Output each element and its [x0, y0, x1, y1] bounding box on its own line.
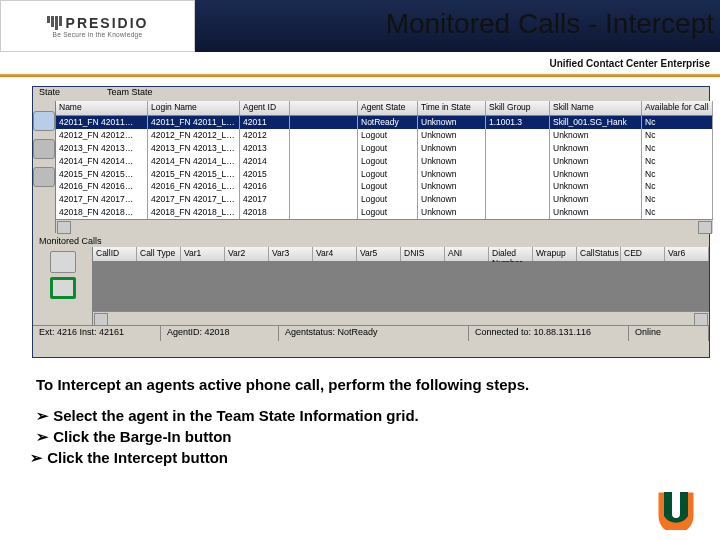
cell-name: 42011_FN 42011… [56, 116, 148, 129]
status-online: Online [629, 326, 709, 341]
table-row[interactable]: 42017_FN 42017…42017_FN 42017_L…42017Log… [56, 193, 713, 206]
table-row[interactable]: 42011_FN 42011…42011_FN 42011_L…42011Not… [56, 116, 713, 129]
mon-col[interactable]: Wrapup [533, 247, 577, 261]
cell-name: 42012_FN 42012… [56, 129, 148, 142]
status-agent: AgentID: 42018 [161, 326, 279, 341]
table-row[interactable]: 42013_FN 42013…42013_FN 42013_L…42013Log… [56, 142, 713, 155]
state-icon-2[interactable] [33, 139, 55, 159]
table-row[interactable]: 42015_FN 42015…42015_FN 42015_L…42015Log… [56, 168, 713, 181]
grid-header: Name Login Name Agent ID Agent State Tim… [56, 101, 713, 116]
mon-col[interactable]: Var5 [357, 247, 401, 261]
col-name[interactable]: Name [56, 101, 148, 115]
mon-col[interactable]: CED [621, 247, 665, 261]
cell-sn: Unknown [550, 142, 642, 155]
step-2: Click the Barge-In button [36, 428, 680, 446]
cell-tis: Unknown [418, 116, 486, 129]
cell-name: 42016_FN 42016… [56, 180, 148, 193]
cell-astate: Logout [358, 206, 418, 219]
mon-col[interactable]: Var6 [665, 247, 709, 261]
cell-tis: Unknown [418, 142, 486, 155]
slide: PRESIDIO Be Secure in the Knowledge Moni… [0, 0, 720, 540]
mon-col[interactable]: Call Type [137, 247, 181, 261]
cell-avail: Nc [642, 155, 713, 168]
h-scrollbar[interactable] [56, 219, 713, 233]
cell-login: 42014_FN 42014_L… [148, 155, 240, 168]
cell-tis: Unknown [418, 206, 486, 219]
umiami-logo-icon [656, 490, 702, 530]
mon-col[interactable]: Var2 [225, 247, 269, 261]
monitored-grid: CallIDCall TypeVar1Var2Var3Var4Var5DNISA… [93, 247, 709, 325]
cell-sg [486, 193, 550, 206]
step-3: Click the Intercept button [30, 449, 680, 467]
cell-tis: Unknown [418, 180, 486, 193]
state-icon-3[interactable] [33, 167, 55, 187]
col-skillname[interactable]: Skill Name [550, 101, 642, 115]
cell-name: 42013_FN 42013… [56, 142, 148, 155]
status-connected: Connected to: 10.88.131.116 [469, 326, 629, 341]
col-timeinstate[interactable]: Time in State [418, 101, 486, 115]
mon-col[interactable]: CallID [93, 247, 137, 261]
cell-empty [290, 129, 358, 142]
cell-avail: Nc [642, 142, 713, 155]
cell-avail: Nc [642, 116, 713, 129]
app-screenshot: State Team State Name Login Name Agent I… [32, 86, 710, 358]
state-toolbar [33, 101, 56, 233]
table-row[interactable]: 42018_FN 42018…42018_FN 42018_L…42018Log… [56, 206, 713, 219]
cell-tis: Unknown [418, 129, 486, 142]
cell-empty [290, 155, 358, 168]
cell-name: 42014_FN 42014… [56, 155, 148, 168]
instructions: To Intercept an agents active phone call… [36, 376, 680, 470]
monitored-header: CallIDCall TypeVar1Var2Var3Var4Var5DNISA… [93, 247, 709, 262]
status-ext: Ext: 4216 Inst: 42161 [33, 326, 161, 341]
col-agentid[interactable]: Agent ID [240, 101, 290, 115]
cell-sg: 1.1001.3 [486, 116, 550, 129]
logo-tagline: Be Secure in the Knowledge [53, 31, 143, 38]
mon-col[interactable]: DNIS [401, 247, 445, 261]
divider [0, 74, 720, 77]
mon-col[interactable]: CallStatus [577, 247, 621, 261]
mon-col[interactable]: ANI [445, 247, 489, 261]
cell-aid: 42012 [240, 129, 290, 142]
cell-name: 42018_FN 42018… [56, 206, 148, 219]
cell-login: 42018_FN 42018_L… [148, 206, 240, 219]
col-available[interactable]: Available for Call [642, 101, 713, 115]
cell-login: 42012_FN 42012_L… [148, 129, 240, 142]
barge-in-button[interactable] [50, 251, 76, 273]
cell-empty [290, 168, 358, 181]
col-empty[interactable] [290, 101, 358, 115]
cell-login: 42015_FN 42015_L… [148, 168, 240, 181]
cell-sn: Unknown [550, 155, 642, 168]
cell-sg [486, 129, 550, 142]
page-title: Monitored Calls - Intercept [386, 8, 714, 40]
intercept-button[interactable] [50, 277, 76, 299]
cell-login: 42011_FN 42011_L… [148, 116, 240, 129]
cell-login: 42016_FN 42016_L… [148, 180, 240, 193]
cell-sn: Unknown [550, 180, 642, 193]
cell-empty [290, 142, 358, 155]
mon-col[interactable]: Var4 [313, 247, 357, 261]
presidio-logo: PRESIDIO Be Secure in the Knowledge [0, 0, 195, 52]
cell-tis: Unknown [418, 155, 486, 168]
monitored-label: Monitored Calls [33, 233, 709, 247]
table-row[interactable]: 42014_FN 42014…42014_FN 42014_L…42014Log… [56, 155, 713, 168]
col-login[interactable]: Login Name [148, 101, 240, 115]
col-agentstate[interactable]: Agent State [358, 101, 418, 115]
mon-h-scrollbar[interactable] [93, 311, 709, 325]
cell-aid: 42014 [240, 155, 290, 168]
cell-avail: Nc [642, 129, 713, 142]
table-row[interactable]: 42012_FN 42012…42012_FN 42012_L…42012Log… [56, 129, 713, 142]
col-skillgroup[interactable]: Skill Group [486, 101, 550, 115]
grid-body[interactable]: 42011_FN 42011…42011_FN 42011_L…42011Not… [56, 116, 713, 219]
cell-aid: 42011 [240, 116, 290, 129]
cell-name: 42017_FN 42017… [56, 193, 148, 206]
state-icon-1[interactable] [33, 111, 55, 131]
mon-col[interactable]: Var3 [269, 247, 313, 261]
cell-aid: 42016 [240, 180, 290, 193]
mon-col[interactable]: Dialed Number [489, 247, 533, 261]
cell-tis: Unknown [418, 168, 486, 181]
cell-sg [486, 155, 550, 168]
table-row[interactable]: 42016_FN 42016…42016_FN 42016_L…42016Log… [56, 180, 713, 193]
mon-col[interactable]: Var1 [181, 247, 225, 261]
monitored-body[interactable] [93, 262, 709, 311]
teamstate-label: Team State [101, 87, 709, 101]
